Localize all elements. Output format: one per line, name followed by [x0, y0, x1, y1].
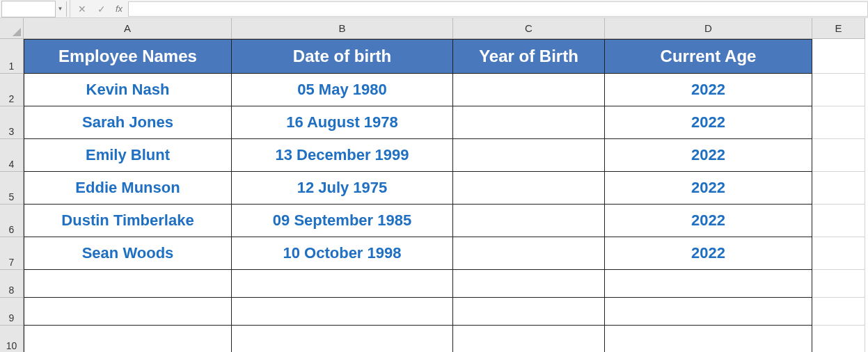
- cell-age[interactable]: 2022: [605, 139, 812, 172]
- cell-E9[interactable]: [812, 298, 865, 326]
- cell-name[interactable]: Dustin Timberlake: [24, 205, 232, 237]
- cell-age[interactable]: 2022: [605, 237, 812, 270]
- cell-age[interactable]: 2022: [605, 74, 812, 106]
- col-header-A[interactable]: A: [24, 18, 232, 39]
- cell-dob[interactable]: 16 August 1978: [232, 106, 453, 139]
- cell-name[interactable]: Kevin Nash: [24, 74, 232, 106]
- column-headers: A B C D E: [24, 18, 865, 39]
- table-header-row: Employee Names Date of birth Year of Bir…: [24, 39, 865, 74]
- name-box-dropdown-icon[interactable]: ▼: [57, 1, 67, 17]
- cell-dob[interactable]: 13 December 1999: [232, 139, 453, 172]
- cell-yob[interactable]: [453, 74, 605, 106]
- cell-E8[interactable]: [812, 270, 865, 298]
- row-header-1[interactable]: 1: [0, 39, 24, 74]
- col-header-C[interactable]: C: [453, 18, 605, 39]
- cell-empty[interactable]: [453, 298, 605, 326]
- cell-empty[interactable]: [453, 326, 605, 352]
- header-current-age[interactable]: Current Age: [605, 39, 812, 74]
- table-row: Dustin Timberlake 09 September 1985 2022: [24, 205, 865, 237]
- cell-empty[interactable]: [232, 326, 453, 352]
- header-date-of-birth[interactable]: Date of birth: [232, 39, 453, 74]
- cell-age[interactable]: 2022: [605, 172, 812, 205]
- row-header-3[interactable]: 3: [0, 106, 24, 139]
- cell-E10[interactable]: [812, 326, 865, 352]
- cell-name[interactable]: Eddie Munson: [24, 172, 232, 205]
- cell-empty[interactable]: [605, 298, 812, 326]
- row-header-5[interactable]: 5: [0, 172, 24, 205]
- cell-name[interactable]: Emily Blunt: [24, 139, 232, 172]
- cell-dob[interactable]: 12 July 1975: [232, 172, 453, 205]
- cell-empty[interactable]: [605, 270, 812, 298]
- cell-dob[interactable]: 09 September 1985: [232, 205, 453, 237]
- table-row: Sarah Jones 16 August 1978 2022: [24, 106, 865, 139]
- cell-empty[interactable]: [24, 270, 232, 298]
- fx-icon[interactable]: fx: [111, 3, 127, 14]
- row-header-4[interactable]: 4: [0, 139, 24, 172]
- cell-E6[interactable]: [812, 205, 865, 237]
- row-header-9[interactable]: 9: [0, 298, 24, 326]
- col-header-B[interactable]: B: [232, 18, 453, 39]
- header-year-of-birth[interactable]: Year of Birth: [453, 39, 605, 74]
- row-header-10[interactable]: 10: [0, 326, 24, 352]
- header-employee-names[interactable]: Employee Names: [24, 39, 232, 74]
- formula-input[interactable]: [128, 1, 868, 17]
- enter-icon[interactable]: ✓: [92, 1, 111, 17]
- cell-yob[interactable]: [453, 205, 605, 237]
- row-header-7[interactable]: 7: [0, 237, 24, 270]
- row-header-8[interactable]: 8: [0, 270, 24, 298]
- cell-dob[interactable]: 10 October 1998: [232, 237, 453, 270]
- table-row: [24, 326, 865, 352]
- x-glyph: ✕: [78, 3, 86, 15]
- cancel-icon[interactable]: ✕: [72, 1, 92, 17]
- cell-empty[interactable]: [232, 270, 453, 298]
- col-header-D[interactable]: D: [605, 18, 812, 39]
- table-row: [24, 298, 865, 326]
- cell-yob[interactable]: [453, 106, 605, 139]
- table-row: Sean Woods 10 October 1998 2022: [24, 237, 865, 270]
- cell-yob[interactable]: [453, 172, 605, 205]
- cell-empty[interactable]: [24, 298, 232, 326]
- table-row: Emily Blunt 13 December 1999 2022: [24, 139, 865, 172]
- row-header-6[interactable]: 6: [0, 205, 24, 237]
- cell-empty[interactable]: [232, 298, 453, 326]
- cells-area: Employee Names Date of birth Year of Bir…: [24, 39, 865, 352]
- row-header-2[interactable]: 2: [0, 74, 24, 106]
- cell-yob[interactable]: [453, 237, 605, 270]
- table-row: Kevin Nash 05 May 1980 2022: [24, 74, 865, 106]
- cell-name[interactable]: Sean Woods: [24, 237, 232, 270]
- cell-empty[interactable]: [605, 326, 812, 352]
- cell-dob[interactable]: 05 May 1980: [232, 74, 453, 106]
- cell-empty[interactable]: [24, 326, 232, 352]
- formula-bar: ▼ ✕ ✓ fx: [0, 0, 868, 18]
- table-row: [24, 270, 865, 298]
- cell-E4[interactable]: [812, 139, 865, 172]
- row-headers: 1 2 3 4 5 6 7 8 9 10: [0, 39, 24, 352]
- table-row: Eddie Munson 12 July 1975 2022: [24, 172, 865, 205]
- cell-age[interactable]: 2022: [605, 106, 812, 139]
- cell-empty[interactable]: [453, 270, 605, 298]
- cell-E3[interactable]: [812, 106, 865, 139]
- cell-age[interactable]: 2022: [605, 205, 812, 237]
- cell-name[interactable]: Sarah Jones: [24, 106, 232, 139]
- cell-E5[interactable]: [812, 172, 865, 205]
- select-all-corner[interactable]: [0, 18, 24, 39]
- name-box[interactable]: [1, 1, 56, 17]
- cell-E7[interactable]: [812, 237, 865, 270]
- cell-yob[interactable]: [453, 139, 605, 172]
- col-header-E[interactable]: E: [812, 18, 865, 39]
- fx-glyph: fx: [116, 3, 123, 14]
- cell-E2[interactable]: [812, 74, 865, 106]
- check-glyph: ✓: [97, 3, 106, 15]
- cell-E1[interactable]: [812, 39, 865, 74]
